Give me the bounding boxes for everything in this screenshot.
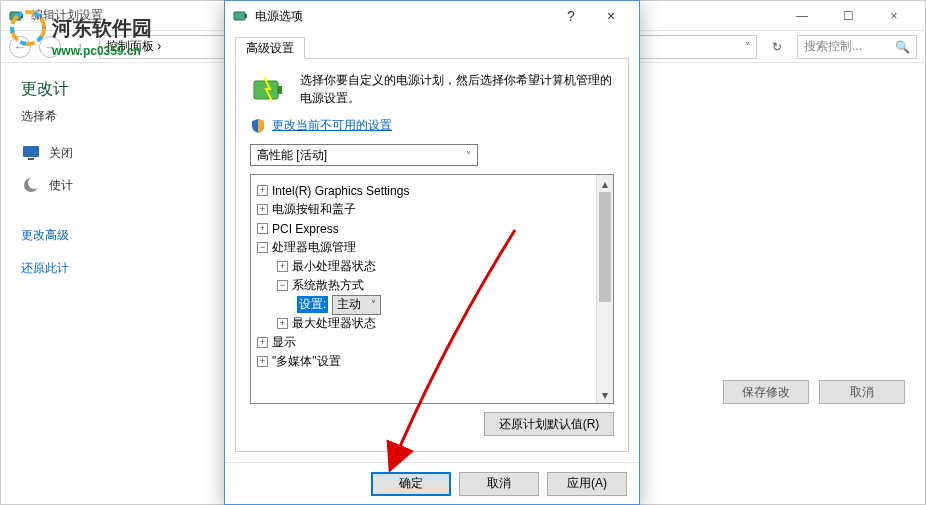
tree-node-multimedia[interactable]: +"多媒体"设置: [255, 352, 592, 371]
dialog-description: 选择你要自定义的电源计划，然后选择你希望计算机管理的电源设置。: [300, 71, 614, 107]
scroll-down-button[interactable]: ▾: [597, 386, 613, 403]
monitor-icon: [21, 143, 41, 163]
tree-node-display[interactable]: +显示: [255, 333, 592, 352]
svg-rect-9: [245, 14, 247, 18]
expand-icon[interactable]: +: [257, 337, 268, 348]
scroll-up-button[interactable]: ▴: [597, 175, 613, 192]
row-label: 关闭: [49, 145, 73, 162]
ok-button[interactable]: 确定: [371, 472, 451, 496]
refresh-button[interactable]: ↻: [765, 35, 789, 59]
chevron-down-icon[interactable]: ˅: [745, 41, 750, 52]
search-input[interactable]: 搜索控制... 🔍: [797, 35, 917, 59]
unavailable-settings-link[interactable]: 更改当前不可用的设置: [272, 117, 392, 134]
close-button[interactable]: ×: [871, 1, 917, 31]
dialog-titlebar: 电源选项 ? ×: [225, 1, 639, 31]
battery-large-icon: [250, 71, 290, 107]
setting-label-selected: 设置:: [297, 296, 328, 313]
moon-icon: [21, 175, 41, 195]
watermark-url: www.pc0359.cn: [52, 44, 152, 58]
tree-node-pci-express[interactable]: +PCI Express: [255, 219, 592, 238]
collapse-icon[interactable]: −: [257, 242, 268, 253]
tab-advanced[interactable]: 高级设置: [235, 37, 305, 59]
expand-icon[interactable]: +: [257, 185, 268, 196]
watermark: 河东软件园 www.pc0359.cn: [10, 10, 152, 58]
battery-icon: [233, 8, 249, 24]
tree-node-intel-graphics[interactable]: +Intel(R) Graphics Settings: [255, 181, 592, 200]
watermark-text: 河东软件园: [52, 15, 152, 42]
dialog-button-row: 确定 取消 应用(A): [225, 462, 639, 504]
svg-rect-3: [28, 158, 34, 160]
minimize-button[interactable]: —: [779, 1, 825, 31]
tree-node-processor-power[interactable]: −处理器电源管理: [255, 238, 592, 257]
cancel-button[interactable]: 取消: [819, 380, 905, 404]
search-icon: 🔍: [895, 40, 910, 54]
close-button[interactable]: ×: [591, 1, 631, 31]
apply-button[interactable]: 应用(A): [547, 472, 627, 496]
help-button[interactable]: ?: [551, 1, 591, 31]
cancel-button[interactable]: 取消: [459, 472, 539, 496]
svg-point-5: [28, 177, 40, 189]
save-button[interactable]: 保存修改: [723, 380, 809, 404]
logo-icon: [10, 10, 46, 46]
tab-panel: 选择你要自定义的电源计划，然后选择你希望计算机管理的电源设置。 更改当前不可用的…: [235, 59, 629, 452]
tab-strip: 高级设置: [235, 35, 629, 59]
svg-rect-2: [23, 146, 39, 157]
expand-icon[interactable]: +: [257, 204, 268, 215]
parent-buttons: 保存修改 取消: [723, 380, 905, 404]
expand-icon[interactable]: +: [257, 223, 268, 234]
tree-node-cooling-setting[interactable]: 设置: 主动 ˅: [255, 295, 592, 314]
row-label: 使计: [49, 177, 73, 194]
tree-scrollbar[interactable]: ▴ ▾: [596, 175, 613, 403]
plan-selected-text: 高性能 [活动]: [257, 147, 327, 164]
restore-defaults-button[interactable]: 还原计划默认值(R): [484, 412, 614, 436]
tree-node-cooling-policy[interactable]: −系统散热方式: [255, 276, 592, 295]
expand-icon[interactable]: +: [277, 261, 288, 272]
tree-node-max-processor[interactable]: +最大处理器状态: [255, 314, 592, 333]
expand-icon[interactable]: +: [257, 356, 268, 367]
scroll-track[interactable]: [597, 192, 613, 386]
power-options-dialog: 电源选项 ? × 高级设置 选择你要自定义的电源计划，然后选择你希望计算机管理的…: [224, 0, 640, 505]
chevron-down-icon: ˅: [371, 299, 376, 310]
maximize-button[interactable]: ☐: [825, 1, 871, 31]
dialog-title: 电源选项: [255, 8, 551, 25]
svg-rect-11: [278, 86, 282, 94]
settings-tree: +Intel(R) Graphics Settings +电源按钮和盖子 +PC…: [250, 174, 614, 404]
power-plan-select[interactable]: 高性能 [活动] ˅: [250, 144, 478, 166]
shield-icon: [250, 118, 266, 134]
search-placeholder: 搜索控制...: [804, 38, 862, 55]
expand-icon[interactable]: +: [277, 318, 288, 329]
chevron-down-icon: ˅: [466, 150, 471, 161]
tree-node-min-processor[interactable]: +最小处理器状态: [255, 257, 592, 276]
svg-rect-8: [234, 12, 245, 20]
setting-value-select[interactable]: 主动 ˅: [332, 295, 381, 315]
tree-node-power-buttons[interactable]: +电源按钮和盖子: [255, 200, 592, 219]
scroll-thumb[interactable]: [599, 192, 611, 302]
collapse-icon[interactable]: −: [277, 280, 288, 291]
